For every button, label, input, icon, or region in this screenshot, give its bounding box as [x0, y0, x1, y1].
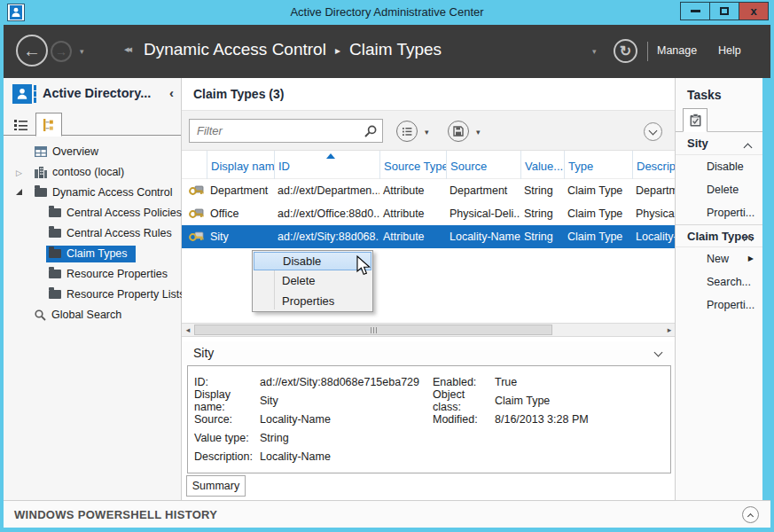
history-dropdown-caret-icon[interactable]: ▾ [80, 47, 84, 56]
tree-item-resource-property-lists[interactable]: Resource Property Lists [4, 285, 180, 305]
column-value-type[interactable]: Value... [520, 151, 564, 179]
context-menu-item-delete[interactable]: Delete [253, 271, 372, 292]
domain-icon [35, 167, 47, 178]
details-header[interactable]: Sity [182, 341, 676, 365]
maximize-button[interactable] [709, 2, 739, 20]
folder-icon [49, 208, 61, 217]
powershell-expand-button[interactable] [742, 506, 759, 523]
navigation-tree: Overview ▷ contoso (local) Dynamic Acces… [4, 142, 180, 325]
window-title: Active Directory Administrative Center [0, 0, 774, 25]
scrollbar-thumb[interactable] [194, 325, 552, 335]
tab-summary[interactable]: Summary [186, 475, 246, 497]
claim-type-key-icon [189, 208, 204, 220]
task-disable[interactable]: Disable [676, 155, 762, 178]
nav-divider [647, 42, 648, 61]
task-properties[interactable]: Properti... [676, 201, 762, 224]
breadcrumb-current[interactable]: Claim Types [349, 40, 442, 59]
breadcrumb-parent[interactable]: Dynamic Access Control [144, 40, 326, 59]
column-source-type[interactable]: Source Type [379, 151, 446, 179]
tasks-panel: Tasks Sity Disable Delete Properti... Cl… [676, 78, 762, 500]
filter-input[interactable] [189, 119, 383, 143]
manage-menu[interactable]: Manage [657, 44, 697, 57]
detail-label: Enabled: [433, 376, 495, 388]
chevron-up-icon [747, 512, 754, 519]
tree-item-claim-types[interactable]: Claim Types [4, 244, 180, 264]
forward-button[interactable]: → [51, 41, 72, 62]
filter-expand-button[interactable] [644, 122, 662, 141]
detail-label: Description: [194, 450, 260, 463]
navigation-sidebar: Active Directory... ‹ Overview ▷ conto [4, 78, 182, 500]
powershell-history-bar[interactable]: WINDOWS POWERSHELL HISTORY [4, 500, 770, 528]
horizontal-scrollbar[interactable]: ◂ ▸ [182, 323, 676, 337]
list-options-icon [402, 127, 412, 137]
back-arrow-icon: ← [23, 41, 41, 61]
save-icon [453, 126, 464, 137]
claim-type-key-icon [189, 231, 204, 243]
task-new[interactable]: New ▶ [676, 247, 762, 270]
chevron-down-icon [649, 126, 658, 135]
tasks-section-claim-types[interactable]: Claim Types [676, 224, 762, 247]
tree-item-dynamic-access-control[interactable]: Dynamic Access Control [4, 183, 180, 203]
refresh-button[interactable]: ↻ [614, 39, 637, 63]
tree-item-overview[interactable]: Overview [4, 142, 180, 162]
task-search[interactable]: Search... [676, 270, 762, 293]
breadcrumb-collapse-icon[interactable]: ◂◂ [124, 43, 130, 55]
expander-expanded-icon [16, 189, 22, 195]
column-type[interactable]: Type [564, 151, 632, 179]
tab-list-view[interactable] [7, 113, 34, 136]
tree-item-resource-properties[interactable]: Resource Properties [4, 264, 180, 285]
forward-arrow-icon: → [55, 44, 67, 59]
tasks-section-sity[interactable]: Sity [676, 132, 762, 155]
context-menu: Disable Delete Properties [252, 250, 373, 312]
close-button[interactable]: x [739, 2, 769, 20]
refresh-icon: ↻ [620, 43, 631, 59]
view-options-button[interactable] [396, 121, 418, 142]
close-icon: x [750, 5, 756, 17]
search-icon [35, 309, 46, 321]
save-query-caret-icon[interactable]: ▾ [476, 128, 481, 137]
minimize-button[interactable] [680, 2, 710, 20]
detail-value: True [495, 376, 517, 388]
task-delete[interactable]: Delete [676, 178, 762, 201]
navigation-bar: ← → ▾ ◂◂ Dynamic Access Control ▸ Claim … [4, 25, 770, 78]
column-source[interactable]: Source [446, 151, 520, 179]
folder-icon [49, 290, 61, 299]
tree-item-central-access-rules[interactable]: Central Access Rules [4, 223, 180, 244]
panel-title: Claim Types (3) [182, 78, 675, 111]
sidebar-collapse-chevron-icon[interactable]: ‹ [169, 85, 174, 100]
column-description[interactable]: Description [632, 151, 676, 179]
view-options-caret-icon[interactable]: ▾ [425, 128, 429, 137]
detail-label: Source: [194, 413, 260, 426]
tree-view-icon [43, 119, 56, 131]
submenu-arrow-icon: ▶ [748, 247, 754, 270]
table-row-selected[interactable]: Sity ad://ext/Sity:88d068... Attribute L… [182, 225, 675, 248]
table-row[interactable]: Department ad://ext/Departmen... Attribu… [182, 179, 675, 202]
clipboard-icon [690, 113, 701, 127]
tree-item-contoso[interactable]: ▷ contoso (local) [4, 162, 180, 183]
tree-item-global-search[interactable]: Global Search [4, 305, 180, 325]
details-title: Sity [193, 346, 214, 360]
detail-label: Display name: [194, 388, 260, 413]
detail-value: Locality-Name [260, 450, 331, 463]
help-menu[interactable]: Help [718, 44, 741, 57]
back-button[interactable]: ← [16, 35, 48, 66]
context-menu-item-properties[interactable]: Properties [253, 292, 372, 312]
save-query-button[interactable] [448, 121, 469, 142]
tab-tree-view[interactable] [35, 113, 62, 137]
filter-toolbar: ▾ ▾ [182, 111, 675, 151]
tab-tasks[interactable] [683, 108, 708, 132]
search-icon [364, 125, 377, 137]
detail-label: Object class: [433, 388, 495, 413]
task-claim-types-properties[interactable]: Properti... [676, 293, 762, 317]
table-row[interactable]: Office ad://ext/Office:88d0... Attribute… [182, 202, 675, 225]
node-dropdown-caret-icon[interactable]: ▾ [592, 47, 597, 56]
detail-label: Value type: [194, 432, 260, 444]
adac-window: Active Directory Administrative Center x… [0, 0, 774, 532]
column-display-name[interactable]: Display name [207, 151, 274, 179]
minimize-icon [691, 10, 700, 12]
claim-type-key-icon [189, 185, 204, 197]
context-menu-item-disable[interactable]: Disable [254, 252, 371, 270]
tree-item-central-access-policies[interactable]: Central Access Policies [4, 203, 180, 223]
scroll-right-icon[interactable]: ▸ [663, 324, 676, 336]
scroll-left-icon[interactable]: ◂ [182, 324, 194, 336]
